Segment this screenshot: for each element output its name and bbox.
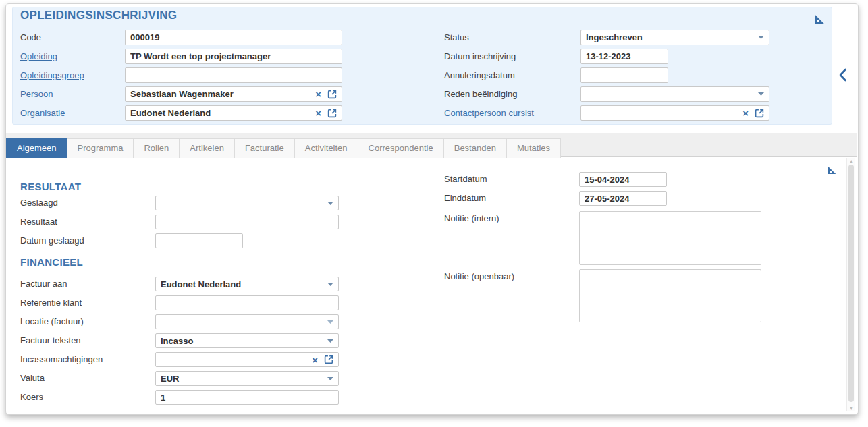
page-title: OPLEIDINGSINSCHRIJVING	[20, 9, 177, 22]
tab-bar: Algemeen Programma Rollen Artikelen Fact…	[6, 133, 857, 157]
organisatie-lookup[interactable]: Eudonet Nederland ×	[125, 105, 342, 121]
tab-mutaties[interactable]: Mutaties	[506, 138, 561, 158]
einddatum-label: Einddatum	[444, 193, 486, 203]
contactpersoon-open-record-icon[interactable]	[755, 109, 764, 118]
tab-facturatie[interactable]: Facturatie	[234, 138, 295, 158]
startdatum-label: Startdatum	[444, 174, 487, 184]
factuur-teksten-value: Incasso	[161, 336, 327, 346]
koers-input[interactable]	[155, 390, 339, 405]
reden-beeindiging-label: Reden beëindiging	[444, 89, 517, 99]
tab-programma[interactable]: Programma	[67, 138, 134, 158]
tab-rollen[interactable]: Rollen	[133, 138, 180, 158]
corner-pointer-icon[interactable]	[814, 12, 826, 24]
section-financieel: FINANCIEEL	[20, 256, 83, 268]
tab-strip: Algemeen Programma Rollen Artikelen Fact…	[6, 138, 561, 158]
notitie-openbaar-label: Notitie (openbaar)	[444, 271, 514, 281]
factuur-teksten-label: Factuur teksten	[20, 335, 81, 345]
contactpersoon-cursist-lookup[interactable]: ×	[580, 105, 769, 121]
tab-correspondentie[interactable]: Correspondentie	[358, 138, 444, 158]
incassomachtigingen-lookup[interactable]: ×	[155, 352, 339, 367]
valuta-dropdown[interactable]: EUR	[155, 371, 339, 386]
collapse-panel-icon[interactable]	[838, 67, 847, 82]
factuur-aan-dropdown[interactable]: Eudonet Nederland	[155, 277, 339, 291]
chevron-down-icon	[327, 283, 333, 286]
datum-geslaagd-input[interactable]	[155, 233, 243, 248]
valuta-label: Valuta	[20, 373, 45, 383]
chevron-down-icon	[327, 377, 333, 380]
persoon-lookup[interactable]: Sebastiaan Wagenmaker ×	[125, 86, 342, 102]
datum-inschrijving-label: Datum inschrijving	[444, 51, 516, 61]
tab-bestanden[interactable]: Bestanden	[443, 138, 507, 158]
notitie-intern-textarea[interactable]	[579, 211, 761, 265]
code-label: Code	[20, 32, 41, 42]
factuur-aan-value: Eudonet Nederland	[161, 279, 327, 289]
corner-pointer-icon[interactable]	[828, 165, 838, 175]
chevron-down-icon	[758, 36, 764, 39]
app-window: OPLEIDINGSINSCHRIJVING Code Opleiding Op…	[0, 0, 868, 427]
opleidingsgroep-link[interactable]: Opleidingsgroep	[20, 70, 84, 80]
resultaat-label: Resultaat	[20, 217, 57, 227]
organisatie-open-record-icon[interactable]	[327, 109, 337, 118]
factuur-aan-label: Factuur aan	[20, 279, 67, 289]
resultaat-input[interactable]	[155, 215, 339, 229]
persoon-clear-icon[interactable]: ×	[315, 89, 321, 99]
persoon-open-record-icon[interactable]	[327, 90, 337, 99]
notitie-openbaar-textarea[interactable]	[579, 269, 761, 322]
incassomachtigingen-label: Incassomachtigingen	[20, 354, 103, 364]
status-value: Ingeschreven	[586, 32, 758, 42]
contactpersoon-cursist-link[interactable]: Contactpersoon cursist	[444, 108, 534, 118]
geslaagd-dropdown[interactable]	[155, 196, 339, 210]
scroll-down-icon[interactable]: ▼	[847, 406, 856, 411]
datum-inschrijving-input[interactable]	[580, 49, 668, 64]
koers-label: Koers	[20, 392, 43, 402]
factuur-teksten-dropdown[interactable]: Incasso	[155, 333, 339, 348]
opleiding-link[interactable]: Opleiding	[20, 51, 57, 61]
opleiding-input[interactable]	[125, 49, 342, 64]
reden-beeindiging-dropdown[interactable]	[580, 86, 769, 102]
tab-artikelen[interactable]: Artikelen	[179, 138, 235, 158]
scroll-up-icon[interactable]: ▲	[847, 159, 856, 163]
referentie-klant-label: Referentie klant	[20, 297, 82, 308]
chevron-down-icon	[327, 320, 333, 324]
contactpersoon-clear-icon[interactable]: ×	[742, 108, 749, 118]
notitie-intern-label: Notitie (intern)	[444, 213, 499, 223]
tab-activiteiten[interactable]: Activiteiten	[294, 138, 358, 158]
vertical-scrollbar[interactable]: ▲ ▼	[846, 158, 855, 411]
section-resultaat: RESULTAAT	[20, 181, 81, 192]
persoon-value: Sebastiaan Wagenmaker	[130, 89, 313, 99]
incassomachtigingen-clear-icon[interactable]: ×	[312, 355, 318, 365]
status-label: Status	[444, 32, 469, 42]
geslaagd-label: Geslaagd	[20, 198, 58, 208]
startdatum-input[interactable]	[579, 172, 667, 187]
locatie-factuur-dropdown[interactable]	[155, 314, 339, 329]
organisatie-value: Eudonet Nederland	[130, 108, 313, 118]
annuleringsdatum-label: Annuleringsdatum	[444, 70, 515, 80]
chevron-down-icon	[327, 202, 333, 205]
datum-geslaagd-label: Datum geslaagd	[20, 235, 84, 246]
code-input[interactable]	[125, 30, 342, 45]
chevron-down-icon	[758, 92, 764, 96]
tab-algemeen[interactable]: Algemeen	[6, 138, 67, 158]
opleidingsgroep-input[interactable]	[125, 67, 342, 83]
scrollbar-thumb[interactable]	[848, 165, 854, 402]
organisatie-link[interactable]: Organisatie	[20, 108, 65, 118]
einddatum-input[interactable]	[579, 191, 667, 206]
valuta-value: EUR	[161, 374, 327, 384]
persoon-link[interactable]: Persoon	[20, 89, 53, 99]
annuleringsdatum-input[interactable]	[580, 67, 668, 83]
incassomachtigingen-open-record-icon[interactable]	[324, 355, 333, 364]
referentie-klant-input[interactable]	[155, 295, 339, 310]
locatie-factuur-label: Locatie (factuur)	[20, 316, 84, 326]
status-dropdown[interactable]: Ingeschreven	[580, 30, 769, 45]
chevron-down-icon	[327, 339, 333, 343]
organisatie-clear-icon[interactable]: ×	[315, 108, 321, 118]
